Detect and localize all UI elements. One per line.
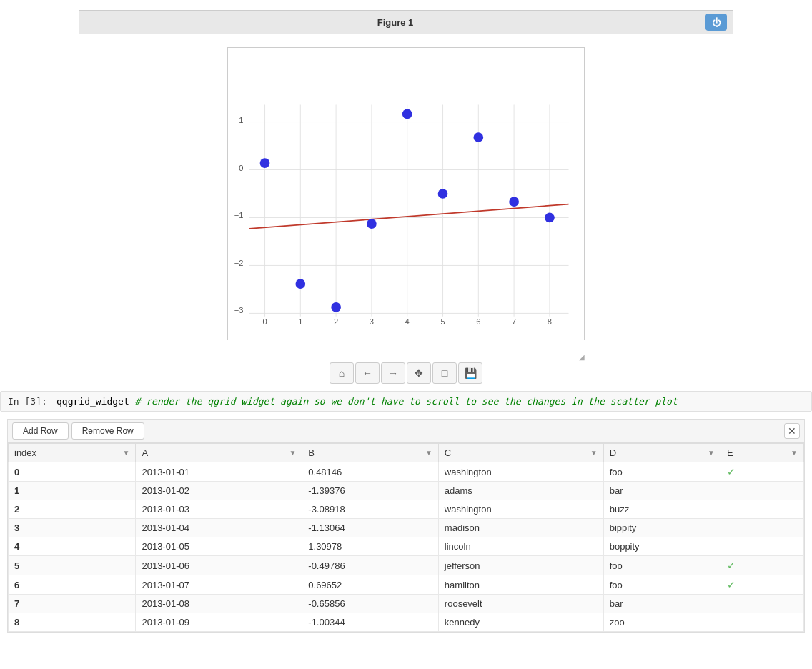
cell-6-3[interactable]: hamilton <box>438 575 603 595</box>
cell-2-3[interactable]: washington <box>438 500 603 519</box>
cell-0-5[interactable]: ✓ <box>721 462 804 482</box>
cell-0-3[interactable]: washington <box>438 462 603 482</box>
home-tool-button[interactable]: ⌂ <box>330 362 354 384</box>
plot-tools: ⌂ ← → ✥ □ 💾 <box>320 362 492 384</box>
zoom-tool-button[interactable]: □ <box>432 362 457 384</box>
svg-point-34 <box>438 189 448 199</box>
cell-4-5[interactable] <box>721 537 804 556</box>
cell-1-3[interactable]: adams <box>438 482 603 500</box>
add-row-button[interactable]: Add Row <box>12 422 69 440</box>
cell-6-2[interactable]: 0.69652 <box>302 575 439 595</box>
table-row[interactable]: 82013-01-09-1.00344kennedyzoo <box>9 613 804 632</box>
cell-8-1[interactable]: 2013-01-09 <box>136 613 302 632</box>
move-tool-button[interactable]: ✥ <box>407 362 431 384</box>
cell-1-1[interactable]: 2013-01-02 <box>136 482 302 500</box>
cell-3-3[interactable]: madison <box>438 519 603 537</box>
svg-text:7: 7 <box>512 317 516 326</box>
col-header-A[interactable]: A ▼ <box>136 444 302 462</box>
scatter-plot: 1 0 −1 −2 −3 0 1 2 3 4 5 6 7 8 <box>227 47 585 340</box>
cell-2-0[interactable]: 2 <box>9 500 136 519</box>
cell-5-1[interactable]: 2013-01-06 <box>136 556 302 575</box>
cell-7-2[interactable]: -0.65856 <box>302 595 439 613</box>
table-row[interactable]: 22013-01-03-3.08918washingtonbuzz <box>9 500 804 519</box>
cell-6-5[interactable]: ✓ <box>721 575 804 595</box>
cell-7-0[interactable]: 7 <box>9 595 136 613</box>
back-tool-button[interactable]: ← <box>355 362 380 384</box>
table-row[interactable]: 32013-01-04-1.13064madisonbippity <box>9 519 804 537</box>
cell-2-1[interactable]: 2013-01-03 <box>136 500 302 519</box>
filter-icon-E[interactable]: ▼ <box>791 449 798 457</box>
cell-8-0[interactable]: 8 <box>9 613 136 632</box>
code-comment: # render the qgrid widget again so we do… <box>135 396 678 407</box>
cell-5-0[interactable]: 5 <box>9 556 136 575</box>
table-header-row: index ▼ A ▼ B ▼ <box>9 444 804 462</box>
cell-7-5[interactable] <box>721 595 804 613</box>
power-button[interactable]: ⏻ <box>705 14 727 31</box>
cell-6-1[interactable]: 2013-01-07 <box>136 575 302 595</box>
col-header-E[interactable]: E ▼ <box>721 444 804 462</box>
cell-3-5[interactable] <box>721 519 804 537</box>
cell-8-4[interactable]: zoo <box>603 613 721 632</box>
forward-tool-button[interactable]: → <box>381 362 405 384</box>
close-grid-button[interactable]: ✕ <box>784 423 800 439</box>
svg-text:−3: −3 <box>234 306 244 314</box>
col-header-D[interactable]: D ▼ <box>603 444 721 462</box>
save-tool-button[interactable]: 💾 <box>458 362 482 384</box>
cell-1-5[interactable] <box>721 482 804 500</box>
cell-5-5[interactable]: ✓ <box>721 556 804 575</box>
cell-7-1[interactable]: 2013-01-08 <box>136 595 302 613</box>
table-row[interactable]: 12013-01-02-1.39376adamsbar <box>9 482 804 500</box>
cell-4-1[interactable]: 2013-01-05 <box>136 537 302 556</box>
svg-text:3: 3 <box>370 317 374 326</box>
cell-6-4[interactable]: foo <box>603 575 721 595</box>
cell-3-0[interactable]: 3 <box>9 519 136 537</box>
cell-8-5[interactable] <box>721 613 804 632</box>
code-cell: In [3]: qqgrid_widget # render the qgrid… <box>0 391 812 412</box>
filter-icon-A[interactable]: ▼ <box>289 449 296 457</box>
remove-row-button[interactable]: Remove Row <box>71 422 144 440</box>
code-variable: qqgrid_widget <box>56 396 129 407</box>
cell-3-1[interactable]: 2013-01-04 <box>136 519 302 537</box>
cell-5-3[interactable]: jefferson <box>438 556 603 575</box>
table-row[interactable]: 52013-01-06-0.49786jeffersonfoo✓ <box>9 556 804 575</box>
col-header-C[interactable]: C ▼ <box>438 444 603 462</box>
cell-4-0[interactable]: 4 <box>9 537 136 556</box>
table-row[interactable]: 42013-01-051.30978lincolnboppity <box>9 537 804 556</box>
table-row[interactable]: 62013-01-070.69652hamiltonfoo✓ <box>9 575 804 595</box>
cell-1-2[interactable]: -1.39376 <box>302 482 439 500</box>
cell-7-4[interactable]: bar <box>603 595 721 613</box>
cell-4-2[interactable]: 1.30978 <box>302 537 439 556</box>
cell-4-3[interactable]: lincoln <box>438 537 603 556</box>
col-header-index[interactable]: index ▼ <box>9 444 136 462</box>
svg-text:6: 6 <box>476 317 480 326</box>
cell-5-2[interactable]: -0.49786 <box>302 556 439 575</box>
cell-1-4[interactable]: bar <box>603 482 721 500</box>
filter-icon-index[interactable]: ▼ <box>123 449 130 457</box>
filter-icon-D[interactable]: ▼ <box>708 449 715 457</box>
cell-3-2[interactable]: -1.13064 <box>302 519 439 537</box>
cell-8-3[interactable]: kennedy <box>438 613 603 632</box>
cell-2-2[interactable]: -3.08918 <box>302 500 439 519</box>
table-row[interactable]: 02013-01-010.48146washingtonfoo✓ <box>9 462 804 482</box>
cell-0-1[interactable]: 2013-01-01 <box>136 462 302 482</box>
col-header-B[interactable]: B ▼ <box>302 444 439 462</box>
filter-icon-B[interactable]: ▼ <box>425 449 432 457</box>
cell-2-5[interactable] <box>721 500 804 519</box>
cell-8-2[interactable]: -1.00344 <box>302 613 439 632</box>
svg-point-35 <box>473 132 483 142</box>
cell-2-4[interactable]: buzz <box>603 500 721 519</box>
cell-4-4[interactable]: boppity <box>603 537 721 556</box>
filter-icon-C[interactable]: ▼ <box>590 449 598 457</box>
cell-1-0[interactable]: 1 <box>9 482 136 500</box>
svg-text:0: 0 <box>262 317 267 326</box>
cell-6-0[interactable]: 6 <box>9 575 136 595</box>
svg-text:−1: −1 <box>234 211 244 219</box>
cell-5-4[interactable]: foo <box>603 556 721 575</box>
resize-handle[interactable]: ◢ <box>579 353 585 361</box>
cell-0-0[interactable]: 0 <box>9 462 136 482</box>
table-row[interactable]: 72013-01-08-0.65856rooseveltbar <box>9 595 804 613</box>
cell-7-3[interactable]: roosevelt <box>438 595 603 613</box>
cell-0-4[interactable]: foo <box>603 462 721 482</box>
cell-3-4[interactable]: bippity <box>603 519 721 537</box>
cell-0-2[interactable]: 0.48146 <box>302 462 439 482</box>
